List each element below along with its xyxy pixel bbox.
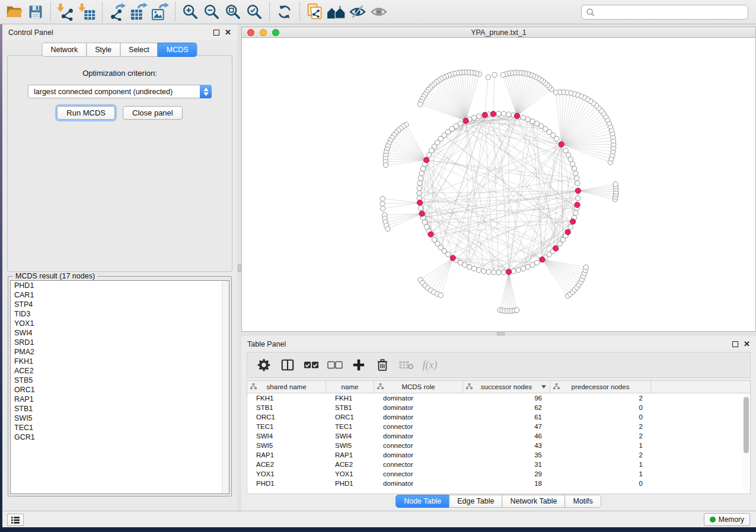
memory-label: Memory — [719, 515, 744, 524]
mcds-list-scrollbar[interactable] — [222, 281, 229, 493]
mcds-result-group: MCDS result (17 nodes) PHD1CAR1STP4TID3Y… — [8, 276, 232, 496]
column-header[interactable]: name — [326, 381, 374, 393]
mcds-result-item[interactable]: STB1 — [11, 404, 229, 414]
column-header[interactable]: shared name — [247, 381, 326, 393]
refresh-icon[interactable] — [274, 2, 295, 22]
show-task-history-button[interactable] — [7, 514, 24, 526]
save-session-icon[interactable] — [25, 2, 46, 22]
network-window-titlebar[interactable]: YPA_prune.txt_1 — [242, 27, 755, 38]
mcds-result-item[interactable]: STP4 — [11, 300, 229, 309]
mcds-result-item[interactable]: PMA2 — [11, 347, 229, 357]
table-row[interactable]: STB1STB1dominator620 — [247, 403, 750, 412]
mcds-result-item[interactable]: CAR1 — [11, 290, 229, 300]
table-row[interactable]: FKH1FKH1dominator962 — [247, 393, 750, 403]
table-row[interactable]: TEC1TEC1connector472 — [247, 422, 750, 431]
cell-predecessor-nodes: 1 — [550, 460, 651, 469]
mcds-hub-node — [450, 255, 455, 261]
zoom-selected-icon[interactable] — [244, 2, 265, 22]
column-header[interactable]: successor nodes — [463, 381, 550, 393]
mcds-result-item[interactable]: RAP1 — [11, 395, 229, 404]
mcds-result-item[interactable]: SWI5 — [11, 414, 229, 423]
float-panel-icon[interactable] — [213, 30, 219, 36]
mcds-hub-node — [570, 219, 575, 224]
mcds-result-item[interactable]: TEC1 — [11, 423, 229, 432]
mcds-result-item[interactable]: GCR1 — [11, 432, 229, 442]
criterion-dropdown[interactable]: largest connected component (undirected) — [28, 85, 212, 98]
table-row[interactable]: PHD1PHD1dominator180 — [247, 479, 750, 488]
cell-successor-nodes: 18 — [463, 479, 550, 488]
tab-edge-table[interactable]: Edge Table — [449, 495, 502, 508]
tab-node-table[interactable]: Node Table — [395, 495, 449, 508]
table-row[interactable]: SWI5SWI5connector431 — [247, 441, 750, 450]
mcds-hub-node — [540, 257, 545, 262]
export-image-icon[interactable] — [149, 2, 171, 22]
mcds-result-item[interactable]: STB5 — [11, 376, 229, 385]
memory-button[interactable]: Memory — [704, 513, 750, 526]
zoom-fit-icon[interactable] — [222, 2, 244, 22]
close-panel-icon[interactable]: ✕ — [744, 341, 750, 347]
close-panel-icon[interactable]: ✕ — [225, 30, 231, 36]
mcds-result-item[interactable]: YOX1 — [11, 319, 229, 328]
network-graph[interactable] — [242, 38, 755, 331]
mcds-result-item[interactable]: ORC1 — [11, 385, 229, 395]
column-header[interactable]: MCDS role — [374, 381, 463, 393]
ring-node — [417, 185, 422, 190]
table-row[interactable]: ORC1ORC1dominator610 — [247, 412, 750, 422]
node-table-body: FKH1FKH1dominator962STB1STB1dominator620… — [247, 393, 750, 488]
table-scrollbar[interactable] — [743, 394, 749, 493]
control-panel: Control Panel ✕ Network Style Select MCD… — [2, 24, 237, 511]
first-neighbors-icon[interactable] — [326, 2, 347, 22]
cell-shared-name: FKH1 — [247, 393, 326, 403]
table-row[interactable]: ACE2ACE2connector311 — [247, 460, 750, 469]
table-row[interactable]: SWI4SWI4dominator462 — [247, 431, 750, 441]
tab-mcds[interactable]: MCDS — [158, 43, 197, 57]
mcds-hub-node — [424, 158, 429, 163]
mcds-result-item[interactable]: SWI4 — [11, 328, 229, 338]
mcds-result-item[interactable]: PHD1 — [11, 281, 229, 290]
tab-select[interactable]: Select — [120, 43, 158, 57]
cell-shared-name: YOX1 — [247, 469, 326, 479]
table-scrollbar-thumb[interactable] — [744, 397, 749, 453]
search-input[interactable] — [581, 5, 748, 20]
tab-network-table[interactable]: Network Table — [502, 495, 566, 508]
tab-network[interactable]: Network — [42, 43, 87, 57]
mcds-result-item[interactable]: TID3 — [11, 309, 229, 319]
clone-network-icon[interactable] — [304, 2, 326, 22]
table-settings-icon[interactable] — [253, 355, 275, 375]
mcds-hub-node — [482, 112, 487, 117]
add-column-icon[interactable] — [348, 355, 369, 375]
table-row[interactable]: RAP1RAP1dominator352 — [247, 450, 750, 460]
mcds-result-list[interactable]: PHD1CAR1STP4TID3YOX1SWI4SRD1PMA2FKH1ACE2… — [10, 280, 229, 494]
float-panel-icon[interactable] — [732, 341, 738, 347]
show-all-icon[interactable] — [368, 2, 390, 22]
table-row[interactable]: YOX1YOX1connector291 — [247, 469, 750, 479]
mcds-result-item[interactable]: SRD1 — [11, 338, 229, 347]
column-chooser-icon[interactable] — [277, 355, 298, 375]
cell-shared-name: TEC1 — [247, 422, 326, 431]
cell-name: SWI5 — [326, 441, 374, 450]
cell-successor-nodes: 96 — [463, 393, 550, 403]
vertical-splitter[interactable] — [237, 24, 241, 511]
leaf-node — [380, 196, 385, 201]
import-table-icon[interactable] — [76, 2, 98, 22]
deselect-all-icon[interactable] — [324, 355, 346, 375]
tab-style[interactable]: Style — [86, 43, 120, 57]
import-network-icon[interactable] — [55, 2, 76, 22]
run-mcds-button[interactable]: Run MCDS — [57, 106, 115, 120]
export-network-icon[interactable] — [107, 2, 128, 22]
tab-motifs[interactable]: Motifs — [564, 495, 601, 508]
ring-node — [419, 171, 424, 175]
export-table-icon[interactable] — [128, 2, 149, 22]
zoom-out-icon[interactable] — [201, 2, 222, 22]
mcds-result-item[interactable]: FKH1 — [11, 357, 229, 366]
mcds-result-item[interactable]: ACE2 — [11, 366, 229, 376]
splitter-handle[interactable] — [238, 264, 241, 272]
close-panel-button[interactable]: Close panel — [123, 106, 183, 120]
hide-selected-icon[interactable] — [347, 2, 368, 22]
select-all-icon[interactable] — [301, 355, 322, 375]
zoom-in-icon[interactable] — [180, 2, 201, 22]
column-header[interactable]: predecessor nodes — [550, 381, 651, 393]
open-file-icon[interactable] — [4, 2, 25, 22]
leaf-node — [417, 102, 422, 107]
delete-column-icon[interactable] — [372, 355, 393, 375]
